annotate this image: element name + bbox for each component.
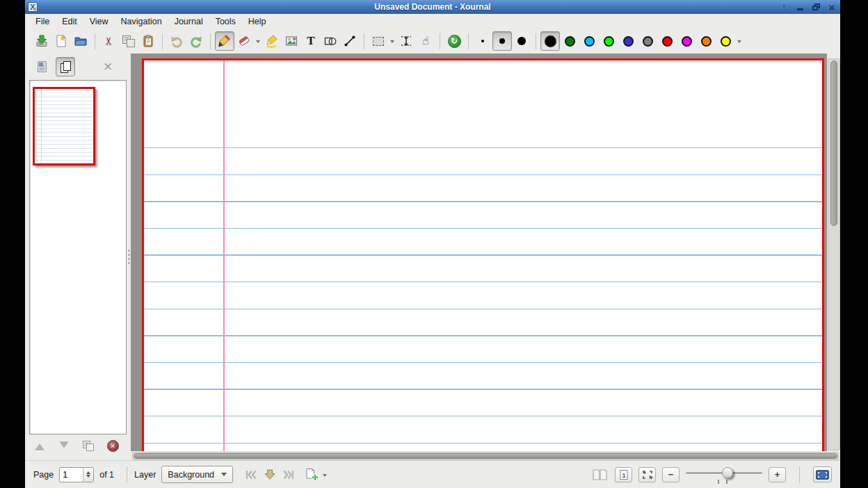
menu-help[interactable]: Help	[242, 15, 273, 29]
zoom-slider[interactable]	[686, 466, 762, 484]
move-page-down-button[interactable]	[56, 438, 72, 453]
document-page[interactable]	[142, 58, 824, 451]
undo-button[interactable]	[167, 31, 186, 51]
document-viewport[interactable]	[131, 54, 827, 451]
eraser-tool-button[interactable]	[234, 31, 254, 51]
two-pages-icon	[592, 469, 607, 481]
spin-down-icon[interactable]	[86, 475, 90, 480]
titlebar[interactable]: X Unsaved Document - Xournal ↑ ×	[25, 0, 840, 14]
ruler-tool-button[interactable]	[340, 31, 360, 51]
pen-fine-button[interactable]	[473, 31, 492, 51]
pen-thick-button[interactable]	[512, 31, 531, 51]
vertical-scrollbar-thumb[interactable]	[830, 60, 837, 226]
shape-recognizer-icon	[323, 34, 337, 48]
open-button[interactable]	[71, 31, 90, 51]
two-pages-view-button[interactable]	[590, 465, 609, 484]
sidebar-close-icon[interactable]: ✕	[103, 60, 113, 74]
menu-view[interactable]: View	[83, 15, 115, 29]
spin-up-icon[interactable]	[86, 469, 90, 474]
color-gray-button[interactable]	[638, 31, 657, 51]
horizontal-scrollbar-thumb[interactable]	[134, 453, 837, 459]
menu-edit[interactable]: Edit	[56, 15, 83, 29]
sidebar-tab-layers[interactable]	[32, 57, 51, 76]
menu-tools[interactable]: Tools	[209, 15, 242, 29]
new-document-button[interactable]: ★	[51, 31, 71, 51]
page-of-label: of 1	[99, 470, 114, 480]
default-pen-button[interactable]: ↻	[444, 31, 464, 51]
zoom-slider-thumb[interactable]	[722, 467, 733, 478]
menu-navigation[interactable]: Navigation	[115, 15, 168, 29]
image-tool-button[interactable]	[282, 31, 301, 51]
select-options-chevron-icon[interactable]	[390, 40, 394, 45]
horizontal-scrollbar[interactable]	[132, 452, 839, 460]
next-page-button[interactable]	[260, 465, 279, 484]
sidebar-tab-thumbnails[interactable]	[56, 57, 75, 76]
toolbar-separator	[468, 33, 469, 49]
highlighter-tool-button[interactable]	[262, 31, 282, 51]
svg-text:★: ★	[60, 35, 65, 42]
layer-combobox[interactable]: Background	[161, 466, 233, 483]
color-magenta-button[interactable]	[677, 31, 696, 51]
page-thumbnails-icon	[61, 61, 71, 73]
color-yellow-swatch-icon	[721, 36, 731, 47]
pen-icon	[218, 34, 232, 48]
pen-tool-button[interactable]	[215, 31, 234, 51]
fit-page-button[interactable]	[638, 467, 656, 482]
paste-button[interactable]	[138, 31, 158, 51]
new-page-button[interactable]	[302, 465, 321, 484]
select-region-icon	[373, 37, 384, 46]
minimize-icon[interactable]	[794, 2, 805, 13]
first-page-button[interactable]	[241, 465, 260, 484]
shape-recognizer-button[interactable]	[321, 31, 340, 51]
close-icon[interactable]: ×	[826, 2, 837, 13]
select-region-button[interactable]	[369, 31, 388, 51]
page-number-input[interactable]	[60, 468, 83, 482]
pen-medium-button[interactable]	[492, 31, 512, 51]
move-page-up-button[interactable]	[32, 438, 47, 453]
page-1-thumbnail[interactable]	[33, 87, 95, 165]
color-black-button[interactable]	[540, 31, 560, 51]
default-pen-icon: ↻	[448, 35, 461, 48]
color-red-button[interactable]	[657, 31, 677, 51]
eraser-options-chevron-icon[interactable]	[256, 40, 260, 45]
copy-button[interactable]	[119, 31, 138, 51]
thumbnail-panel[interactable]	[29, 80, 127, 434]
zoom-in-button[interactable]: +	[769, 467, 786, 482]
color-yellow-button[interactable]	[716, 31, 735, 51]
color-blue-button[interactable]	[618, 31, 638, 51]
zoom-out-button[interactable]: −	[662, 467, 680, 482]
color-green-button[interactable]	[560, 31, 579, 51]
fullscreen-button[interactable]	[813, 466, 832, 482]
vertical-space-button[interactable]	[396, 31, 416, 51]
cut-button[interactable]: ✂	[99, 31, 119, 51]
paste-clipboard-icon	[141, 34, 155, 48]
color-orange-button[interactable]	[696, 31, 716, 51]
main-toolbar: ★ ✂	[25, 29, 840, 54]
layers-icon	[38, 61, 47, 72]
page-spinner-arrows[interactable]	[83, 468, 93, 482]
color-blue-swatch-icon	[623, 36, 634, 47]
vertical-scrollbar[interactable]	[828, 58, 840, 450]
save-button[interactable]	[32, 31, 51, 51]
toolbar-separator	[364, 33, 364, 49]
new-page-options-chevron-icon[interactable]	[323, 474, 327, 479]
shade-icon[interactable]: ↑	[778, 2, 789, 13]
maximize-icon[interactable]	[810, 2, 821, 13]
normal-size-button[interactable]: 1	[615, 467, 632, 482]
menu-file[interactable]: File	[29, 15, 56, 29]
delete-page-button[interactable]: ×	[105, 438, 120, 453]
color-lightgreen-button[interactable]	[599, 31, 618, 51]
save-icon	[35, 34, 49, 48]
text-tool-button[interactable]: T	[301, 31, 321, 51]
color-options-chevron-icon[interactable]	[737, 40, 741, 45]
menu-journal[interactable]: Journal	[168, 15, 209, 29]
last-page-button[interactable]	[279, 465, 298, 484]
hand-tool-button[interactable]: ☝	[416, 31, 435, 51]
duplicate-page-icon	[83, 441, 94, 451]
page-number-spinbox[interactable]	[59, 467, 94, 482]
redo-button[interactable]	[186, 31, 206, 51]
duplicate-page-button[interactable]	[81, 438, 96, 453]
color-lightblue-button[interactable]	[579, 31, 599, 51]
combobox-chevron-icon	[221, 473, 227, 479]
sidebar: ✕	[25, 54, 127, 460]
